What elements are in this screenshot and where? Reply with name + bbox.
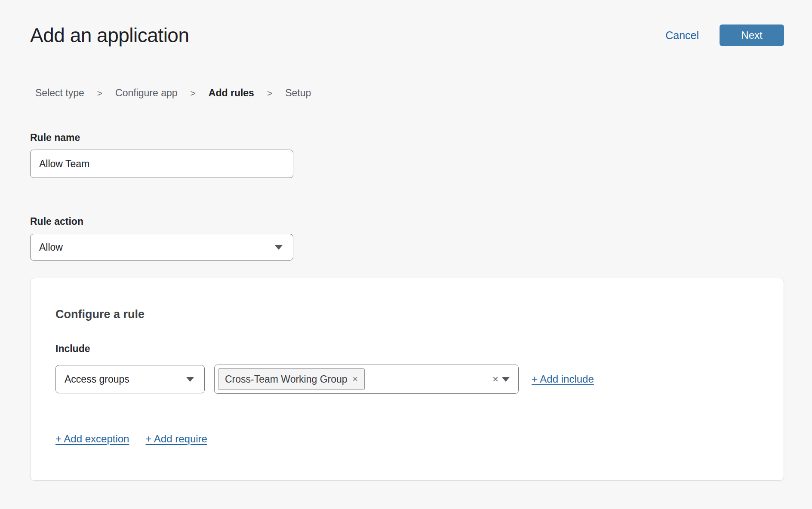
breadcrumb-step-configure-app[interactable]: Configure app <box>115 87 178 99</box>
include-value-multiselect[interactable]: Cross-Team Working Group × × <box>214 365 519 394</box>
clear-selection-icon[interactable]: × <box>492 374 498 384</box>
rule-action-select[interactable]: Allow <box>30 234 293 261</box>
breadcrumb-step-select-type[interactable]: Select type <box>35 87 84 99</box>
rule-name-input[interactable] <box>30 150 293 178</box>
include-label: Include <box>55 343 758 355</box>
rule-name-label: Rule name <box>30 132 812 144</box>
cancel-button[interactable]: Cancel <box>665 29 699 42</box>
include-rule-row: Access groups Cross-Team Working Group ×… <box>55 365 758 394</box>
card-heading: Configure a rule <box>55 307 758 321</box>
configure-rule-card: Configure a rule Include Access groups C… <box>30 278 784 481</box>
header-actions: Cancel Next <box>665 25 784 46</box>
page-title: Add an application <box>30 24 189 47</box>
page-header: Add an application Cancel Next <box>0 0 812 47</box>
selected-group-tag: Cross-Team Working Group × <box>218 368 365 390</box>
breadcrumb-separator: > <box>97 87 102 99</box>
next-button[interactable]: Next <box>720 25 784 46</box>
breadcrumb-step-add-rules[interactable]: Add rules <box>209 87 254 99</box>
add-exception-link[interactable]: + Add exception <box>55 433 129 445</box>
rule-action-label: Rule action <box>30 215 812 227</box>
breadcrumb-separator: > <box>267 87 272 99</box>
include-selector-value: Access groups <box>65 374 129 385</box>
breadcrumb-separator: > <box>191 87 196 99</box>
chevron-down-icon <box>186 377 194 382</box>
rule-form: Rule name Rule action Allow <box>30 132 812 261</box>
rule-action-selected-value: Allow <box>39 242 63 253</box>
breadcrumb: Select type > Configure app > Add rules … <box>35 87 812 99</box>
selected-group-tag-label: Cross-Team Working Group <box>225 374 348 385</box>
add-include-link[interactable]: + Add include <box>532 373 594 385</box>
include-selector-select[interactable]: Access groups <box>55 365 205 393</box>
tag-remove-icon[interactable]: × <box>353 374 358 384</box>
chevron-down-icon[interactable] <box>502 377 510 382</box>
add-require-link[interactable]: + Add require <box>145 433 207 445</box>
chevron-down-icon <box>275 245 283 250</box>
rule-extra-links: + Add exception + Add require <box>55 433 758 445</box>
breadcrumb-step-setup[interactable]: Setup <box>285 87 311 99</box>
